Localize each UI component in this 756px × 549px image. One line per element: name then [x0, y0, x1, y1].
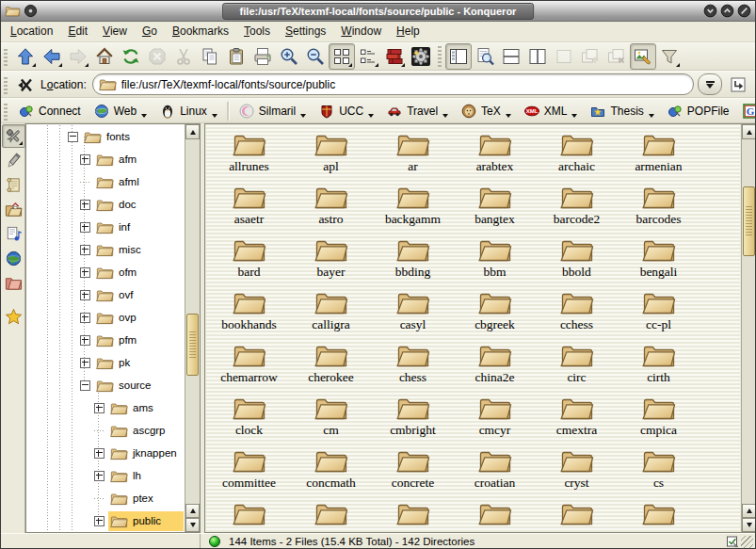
- bookmark-google[interactable]: GGoogle: [736, 100, 756, 122]
- tree-item-body[interactable]: pfm: [94, 331, 184, 350]
- folder-bard[interactable]: bard: [208, 236, 290, 289]
- folder-item[interactable]: [618, 500, 700, 531]
- tree-item-body[interactable]: ovp: [94, 308, 184, 328]
- remove-view-button[interactable]: [551, 43, 577, 70]
- forward-button[interactable]: [65, 43, 91, 70]
- bookmark-web[interactable]: Web: [88, 100, 153, 122]
- folder-chemarrow[interactable]: chemarrow: [208, 342, 290, 395]
- tree-item-ptex[interactable]: ptex: [27, 487, 184, 509]
- tree-expander-plus[interactable]: [80, 222, 90, 233]
- location-value[interactable]: file:/usr/TeX/texmf-local/fonts/source/p…: [121, 78, 687, 91]
- scroll-down-button[interactable]: [185, 518, 200, 532]
- tree-item-ovf[interactable]: ovf: [27, 283, 184, 306]
- bookmark-connect[interactable]: Connect: [12, 100, 88, 122]
- folder-item[interactable]: [372, 500, 454, 531]
- folder-croatian[interactable]: croatian: [454, 447, 536, 500]
- folder-calligra[interactable]: calligra: [290, 289, 372, 342]
- print-button[interactable]: [249, 43, 276, 70]
- tree-item-doc[interactable]: doc: [27, 193, 184, 216]
- tree-item-body[interactable]: afml: [94, 172, 184, 192]
- folder-cmpica[interactable]: cmpica: [618, 395, 700, 447]
- tree-item-body[interactable]: ams: [108, 398, 184, 418]
- folder-cmbright[interactable]: cmbright: [372, 395, 454, 447]
- folder-barcodes[interactable]: barcodes: [618, 184, 700, 236]
- view-scrollbar[interactable]: [741, 124, 756, 532]
- tree-expander-plus[interactable]: [80, 358, 90, 368]
- bookmark-travel[interactable]: Travel: [380, 100, 455, 122]
- folder-bbding[interactable]: bbding: [372, 236, 454, 289]
- scroll-down-button[interactable]: [742, 518, 756, 532]
- copy-button[interactable]: [197, 43, 223, 70]
- sidebar-tab-network[interactable]: [2, 247, 25, 270]
- folder-clock[interactable]: clock: [208, 395, 290, 447]
- folder-item[interactable]: [208, 500, 290, 531]
- tree-item-ascgrp[interactable]: ascgrp: [27, 419, 184, 442]
- cut-button[interactable]: [170, 43, 197, 70]
- folder-cm[interactable]: cm: [290, 395, 372, 447]
- tree-expander-plus[interactable]: [94, 471, 105, 481]
- tree-expander-plus[interactable]: [80, 335, 90, 346]
- scroll-up-button2[interactable]: [185, 504, 200, 518]
- folder-barcode2[interactable]: barcode2: [536, 184, 618, 236]
- tree-item-body[interactable]: inf: [94, 218, 184, 237]
- scroll-up-button2[interactable]: [742, 504, 756, 518]
- tree-item-body[interactable]: ofm: [94, 263, 184, 283]
- folder-item[interactable]: [290, 500, 372, 531]
- icon-view-button[interactable]: [329, 43, 355, 70]
- folder-cc-pl[interactable]: cc-pl: [618, 289, 700, 342]
- tree-item-body[interactable]: lh: [108, 466, 184, 486]
- folder-item[interactable]: [454, 500, 536, 531]
- menu-view[interactable]: View: [95, 22, 135, 41]
- tree-item-body[interactable]: jknappen: [108, 444, 184, 463]
- toolbar-grip[interactable]: [4, 102, 8, 121]
- scrollbar-thumb[interactable]: [743, 186, 755, 256]
- scrollbar-thumb[interactable]: [186, 314, 199, 376]
- find-view-button[interactable]: [472, 43, 498, 70]
- tree-item-public[interactable]: public: [27, 509, 184, 531]
- sticky-button-icon[interactable]: [24, 4, 38, 18]
- tree-item-body[interactable]: ptex: [108, 489, 184, 509]
- tree-expander-plus[interactable]: [80, 154, 90, 165]
- tree-item-body[interactable]: pk: [94, 353, 184, 373]
- location-input[interactable]: file:/usr/TeX/texmf-local/fonts/source/p…: [92, 73, 694, 95]
- tree-item-body[interactable]: fonts: [82, 127, 184, 147]
- title-bar[interactable]: file:/usr/TeX/texmf-local/fonts/source/p…: [1, 1, 755, 22]
- tree-expander-plus[interactable]: [94, 448, 105, 459]
- folder-casyl[interactable]: casyl: [372, 289, 454, 342]
- folder-bbold[interactable]: bbold: [536, 236, 618, 289]
- tree-item-body[interactable]: afm: [94, 150, 184, 170]
- tree-item-fonts[interactable]: fonts: [27, 125, 184, 148]
- zoom-in-button[interactable]: [276, 43, 302, 70]
- bookmark-linux[interactable]: Linux: [153, 100, 224, 122]
- folder-backgamm[interactable]: backgamm: [372, 184, 454, 236]
- tree-item-inf[interactable]: inf: [27, 216, 184, 238]
- folder-astro[interactable]: astro: [290, 184, 372, 236]
- tree-expander-plus[interactable]: [80, 313, 90, 323]
- bookcase-button[interactable]: [381, 43, 408, 70]
- sidebar-tab-services[interactable]: [2, 222, 25, 246]
- folder-cmcyr[interactable]: cmcyr: [454, 395, 536, 447]
- tab-close-button[interactable]: [603, 43, 630, 70]
- tab-new-button[interactable]: [577, 43, 603, 70]
- folder-item[interactable]: [536, 500, 618, 531]
- maximize-button-icon[interactable]: [720, 4, 734, 18]
- folder-cherokee[interactable]: cherokee: [290, 342, 372, 395]
- tree-item-pk[interactable]: pk: [27, 351, 184, 374]
- toolbar-grip[interactable]: [4, 47, 8, 66]
- tree-item-misc[interactable]: misc: [27, 238, 184, 261]
- menu-help[interactable]: Help: [389, 22, 427, 41]
- folder-chess[interactable]: chess: [372, 342, 454, 395]
- paste-button[interactable]: [223, 43, 249, 70]
- folder-cirth[interactable]: cirth: [618, 342, 700, 395]
- filter-button[interactable]: [656, 43, 683, 70]
- folder-ar[interactable]: ar: [372, 131, 454, 184]
- tree-item-pfm[interactable]: pfm: [27, 329, 184, 351]
- tree-expander-minus[interactable]: [68, 132, 78, 142]
- folder-apl[interactable]: apl: [290, 131, 372, 184]
- bookmark-silmaril[interactable]: Silmaril: [233, 100, 313, 122]
- folder-bengali[interactable]: bengali: [618, 236, 700, 289]
- toolbar-grip[interactable]: [4, 75, 8, 94]
- sidebar-tab-configure[interactable]: [2, 124, 25, 148]
- tree-item-body[interactable]: misc: [94, 240, 184, 260]
- location-dropdown-button[interactable]: [698, 73, 722, 95]
